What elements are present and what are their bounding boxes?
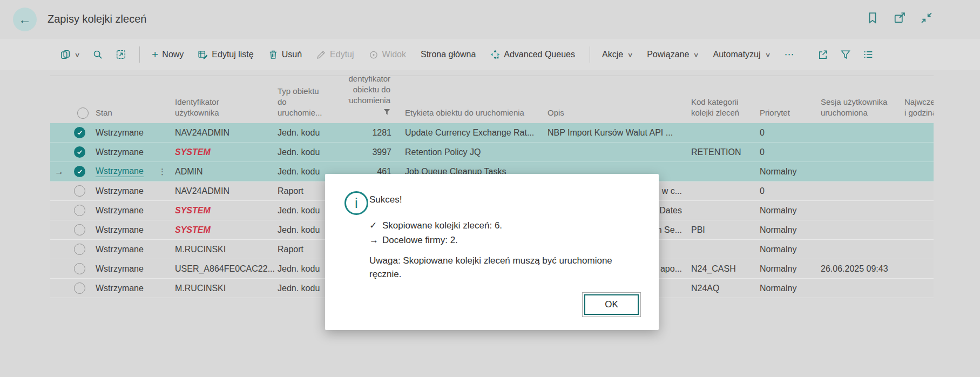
toolbar-divider — [139, 46, 140, 63]
list-icon — [863, 50, 873, 59]
row-checkbox-checked[interactable] — [74, 127, 85, 138]
trash-icon — [268, 50, 278, 59]
user-id-link[interactable]: ADMIN — [175, 167, 203, 177]
row-checkbox[interactable] — [74, 205, 85, 216]
page-views-button[interactable]: ∨ — [60, 50, 79, 59]
advanced-queues-tab[interactable]: Advanced Queues — [490, 50, 575, 59]
open-in-new-window-icon[interactable] — [894, 12, 905, 24]
user-id: M.RUCINSKI — [175, 245, 226, 254]
chevron-down-icon: ∨ — [765, 51, 771, 58]
analyze-icon — [116, 50, 126, 59]
ellipsis-icon: ⋯ — [785, 49, 795, 60]
column-header-obj-id[interactable]: Identyfikatorobiektu douruchomienia — [348, 76, 393, 123]
advanced-queues-icon — [490, 50, 500, 59]
view-button: Widok — [369, 50, 406, 59]
view-icon — [369, 50, 379, 59]
automate-menu[interactable]: Automatyzuj ∨ — [713, 50, 769, 59]
more-options-button[interactable]: ⋯ — [785, 49, 795, 60]
edit-button: Edytuj — [316, 50, 354, 59]
pages-icon — [60, 50, 70, 59]
action-toolbar: ∨ + Nowy Edytuj listę Usuń Edytuj — [0, 39, 980, 70]
user-id: SYSTEM — [175, 206, 211, 215]
pencil-icon — [316, 50, 326, 59]
dialog-body: ✓Skopiowane kolejki zleceń: 6. →Docelowe… — [369, 218, 502, 247]
check-glyph: ✓ — [369, 218, 382, 233]
column-header-opis[interactable]: Opis — [545, 76, 689, 123]
dialog-line: →Docelowe firmy: 2. — [369, 233, 502, 247]
row-checkbox[interactable] — [74, 224, 85, 235]
user-id-link[interactable]: NAV24ADMIN — [175, 128, 229, 138]
column-header-user[interactable]: Identyfikatorużytkownika — [173, 76, 275, 123]
plus-icon: + — [152, 50, 158, 59]
status-link[interactable]: Wstrzymane — [96, 166, 144, 177]
delete-button[interactable]: Usuń — [268, 50, 302, 59]
current-row-arrow: → — [50, 166, 72, 177]
related-menu[interactable]: Powiązane ∨ — [647, 50, 698, 59]
new-button[interactable]: + Nowy — [152, 50, 184, 59]
column-header-stan[interactable]: Stan — [93, 76, 173, 123]
column-header-sesja[interactable]: Sesja użytkownikauruchomiona — [819, 76, 902, 123]
column-header-kod[interactable]: Kod kategoriikolejki zleceń — [689, 76, 758, 123]
row-checkbox[interactable] — [74, 244, 85, 255]
chevron-down-icon: ∨ — [693, 51, 699, 58]
user-id: NAV24ADMIN — [175, 186, 229, 196]
search-button[interactable] — [93, 50, 103, 59]
column-header-priorytet[interactable]: Priorytet — [758, 76, 819, 123]
row-menu-icon[interactable]: ⋮ — [158, 167, 166, 177]
table-header-row: Stan Identyfikatorużytkownika Typ obiekt… — [50, 76, 934, 123]
edit-list-button[interactable]: Edytuj listę — [198, 50, 253, 59]
back-arrow-icon: ← — [18, 12, 31, 27]
column-filter-icon[interactable] — [383, 107, 390, 118]
success-dialog: i Sukces! ✓Skopiowane kolejki zleceń: 6.… — [325, 174, 659, 330]
user-id-link[interactable]: SYSTEM — [175, 147, 211, 157]
search-icon — [93, 50, 103, 59]
chevron-down-icon: ∨ — [627, 51, 633, 58]
filter-icon — [841, 50, 850, 59]
select-all-checkbox[interactable] — [72, 76, 93, 123]
home-tab[interactable]: Strona główna — [421, 50, 476, 59]
row-checkbox[interactable] — [74, 282, 85, 294]
column-header-typ[interactable]: Typ obiektudouruchomie... — [275, 76, 348, 123]
info-icon: i — [344, 191, 368, 215]
category-code-link[interactable]: RETENTION — [691, 147, 741, 157]
row-checkbox-checked[interactable] — [74, 166, 85, 177]
edit-list-icon — [198, 50, 208, 59]
collapse-icon[interactable] — [921, 12, 932, 24]
chevron-down-icon: ∨ — [74, 51, 80, 58]
row-checkbox-checked[interactable] — [74, 146, 85, 158]
arrow-glyph: → — [369, 233, 382, 247]
analyze-button[interactable] — [116, 50, 126, 59]
list-options-button[interactable] — [863, 50, 873, 59]
dialog-note: Uwaga: Skopiowane kolejki zleceń muszą b… — [369, 254, 630, 281]
bookmark-icon[interactable] — [867, 12, 878, 24]
title-bar: ← Zapisy kolejki zleceń — [0, 0, 980, 39]
actions-menu[interactable]: Akcje ∨ — [602, 50, 632, 59]
ok-button[interactable]: OK — [584, 294, 639, 315]
column-header-etykieta[interactable]: Etykieta obiektu do uruchomienia — [393, 76, 545, 123]
column-header-najwczesniejsza[interactable]: Najwcześi godzina — [902, 76, 934, 123]
dialog-title: Sukces! — [369, 194, 402, 205]
back-button[interactable]: ← — [13, 8, 37, 31]
row-checkbox[interactable] — [74, 263, 85, 274]
table-row[interactable]: Wstrzymane NAV24ADMIN Jedn. kodu 1281 Up… — [50, 123, 934, 143]
share-button[interactable] — [818, 50, 828, 59]
table-row[interactable]: Wstrzymane SYSTEM Jedn. kodu 3997 Retent… — [50, 143, 934, 162]
dialog-line: ✓Skopiowane kolejki zleceń: 6. — [369, 218, 502, 233]
toolbar-divider — [590, 46, 590, 63]
filter-button[interactable] — [841, 50, 850, 59]
page-title: Zapisy kolejki zleceń — [48, 13, 146, 25]
user-id: USER_A864FE0CAC22... — [175, 264, 275, 273]
user-id: SYSTEM — [175, 225, 211, 234]
user-id: M.RUCINSKI — [175, 284, 226, 293]
share-icon — [818, 50, 828, 59]
row-checkbox[interactable] — [74, 185, 85, 197]
